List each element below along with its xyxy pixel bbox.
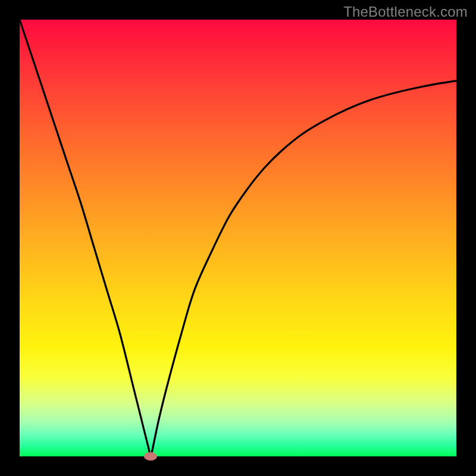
min-point-marker <box>144 452 157 461</box>
bottleneck-chart: TheBottleneck.com <box>0 0 476 476</box>
bottleneck-curve <box>20 20 456 456</box>
curve-svg <box>20 20 456 456</box>
watermark-text: TheBottleneck.com <box>343 4 468 20</box>
plot-area <box>20 20 456 456</box>
